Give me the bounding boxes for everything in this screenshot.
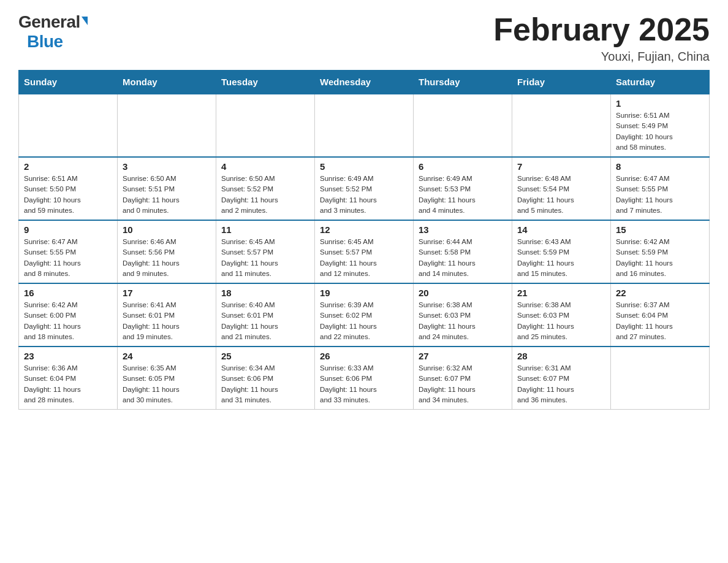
day-info: Sunrise: 6:50 AMSunset: 5:51 PMDaylight:… [123, 174, 211, 216]
day-info: Sunrise: 6:50 AMSunset: 5:52 PMDaylight:… [221, 174, 309, 216]
calendar-day-cell: 15Sunrise: 6:42 AMSunset: 5:59 PMDayligh… [611, 220, 710, 283]
day-number: 20 [419, 288, 507, 298]
calendar-day-cell: 4Sunrise: 6:50 AMSunset: 5:52 PMDaylight… [216, 157, 315, 220]
calendar-header-thursday: Thursday [414, 71, 512, 94]
logo-triangle-icon [82, 17, 88, 25]
calendar-day-cell: 8Sunrise: 6:47 AMSunset: 5:55 PMDaylight… [611, 157, 710, 220]
calendar-week-row: 9Sunrise: 6:47 AMSunset: 5:55 PMDaylight… [19, 220, 710, 283]
day-info: Sunrise: 6:49 AMSunset: 5:53 PMDaylight:… [419, 174, 507, 216]
day-info: Sunrise: 6:44 AMSunset: 5:58 PMDaylight:… [419, 237, 507, 279]
calendar-day-cell: 25Sunrise: 6:34 AMSunset: 6:06 PMDayligh… [216, 347, 315, 410]
calendar-day-cell: 19Sunrise: 6:39 AMSunset: 6:02 PMDayligh… [315, 283, 414, 347]
day-number: 22 [616, 288, 704, 298]
logo-general-text: General [18, 12, 80, 32]
calendar-day-cell: 27Sunrise: 6:32 AMSunset: 6:07 PMDayligh… [414, 347, 512, 410]
logo-blue-text: Blue [27, 32, 63, 52]
day-info: Sunrise: 6:42 AMSunset: 5:59 PMDaylight:… [616, 237, 704, 279]
day-info: Sunrise: 6:45 AMSunset: 5:57 PMDaylight:… [320, 237, 408, 279]
calendar-day-cell: 17Sunrise: 6:41 AMSunset: 6:01 PMDayligh… [118, 283, 216, 347]
day-number: 1 [616, 98, 704, 109]
calendar-day-cell [512, 94, 611, 157]
day-info: Sunrise: 6:47 AMSunset: 5:55 PMDaylight:… [24, 237, 112, 279]
calendar-day-cell: 10Sunrise: 6:46 AMSunset: 5:56 PMDayligh… [118, 220, 216, 283]
calendar-day-cell: 20Sunrise: 6:38 AMSunset: 6:03 PMDayligh… [414, 283, 512, 347]
calendar-day-cell [118, 94, 216, 157]
day-info: Sunrise: 6:51 AMSunset: 5:50 PMDaylight:… [24, 174, 112, 216]
calendar-day-cell: 1Sunrise: 6:51 AMSunset: 5:49 PMDaylight… [611, 94, 710, 157]
calendar-day-cell: 18Sunrise: 6:40 AMSunset: 6:01 PMDayligh… [216, 283, 315, 347]
day-info: Sunrise: 6:43 AMSunset: 5:59 PMDaylight:… [517, 237, 605, 279]
calendar-day-cell: 28Sunrise: 6:31 AMSunset: 6:07 PMDayligh… [512, 347, 611, 410]
calendar-day-cell: 26Sunrise: 6:33 AMSunset: 6:06 PMDayligh… [315, 347, 414, 410]
day-number: 8 [616, 161, 704, 172]
calendar-header-monday: Monday [118, 71, 216, 94]
day-number: 14 [517, 224, 605, 235]
day-number: 27 [419, 351, 507, 361]
calendar-day-cell: 2Sunrise: 6:51 AMSunset: 5:50 PMDaylight… [19, 157, 118, 220]
day-number: 2 [24, 161, 112, 172]
calendar-day-cell [414, 94, 512, 157]
day-number: 6 [419, 161, 507, 172]
calendar-day-cell [315, 94, 414, 157]
day-info: Sunrise: 6:33 AMSunset: 6:06 PMDaylight:… [320, 363, 408, 405]
day-number: 9 [24, 224, 112, 235]
calendar-day-cell: 3Sunrise: 6:50 AMSunset: 5:51 PMDaylight… [118, 157, 216, 220]
calendar-day-cell [611, 347, 710, 410]
day-number: 25 [221, 351, 309, 361]
logo: General Blue [18, 12, 88, 52]
calendar-day-cell: 24Sunrise: 6:35 AMSunset: 6:05 PMDayligh… [118, 347, 216, 410]
calendar-week-row: 16Sunrise: 6:42 AMSunset: 6:00 PMDayligh… [19, 283, 710, 347]
calendar-day-cell: 14Sunrise: 6:43 AMSunset: 5:59 PMDayligh… [512, 220, 611, 283]
day-number: 28 [517, 351, 605, 361]
day-info: Sunrise: 6:51 AMSunset: 5:49 PMDaylight:… [616, 110, 704, 153]
day-info: Sunrise: 6:48 AMSunset: 5:54 PMDaylight:… [517, 174, 605, 216]
day-info: Sunrise: 6:38 AMSunset: 6:03 PMDaylight:… [517, 300, 605, 342]
day-number: 3 [123, 161, 211, 172]
page-header: General Blue February 2025 Youxi, Fujian… [18, 12, 710, 64]
calendar-day-cell: 9Sunrise: 6:47 AMSunset: 5:55 PMDaylight… [19, 220, 118, 283]
calendar-day-cell: 11Sunrise: 6:45 AMSunset: 5:57 PMDayligh… [216, 220, 315, 283]
calendar-title: February 2025 [493, 12, 710, 47]
calendar-week-row: 1Sunrise: 6:51 AMSunset: 5:49 PMDaylight… [19, 94, 710, 157]
calendar-day-cell: 22Sunrise: 6:37 AMSunset: 6:04 PMDayligh… [611, 283, 710, 347]
calendar-header-sunday: Sunday [19, 71, 118, 94]
calendar-table: SundayMondayTuesdayWednesdayThursdayFrid… [18, 70, 710, 410]
calendar-week-row: 2Sunrise: 6:51 AMSunset: 5:50 PMDaylight… [19, 157, 710, 220]
day-info: Sunrise: 6:45 AMSunset: 5:57 PMDaylight:… [221, 237, 309, 279]
day-number: 21 [517, 288, 605, 298]
calendar-day-cell: 6Sunrise: 6:49 AMSunset: 5:53 PMDaylight… [414, 157, 512, 220]
day-number: 17 [123, 288, 211, 298]
day-info: Sunrise: 6:42 AMSunset: 6:00 PMDaylight:… [24, 300, 112, 342]
day-number: 7 [517, 161, 605, 172]
calendar-header-row: SundayMondayTuesdayWednesdayThursdayFrid… [19, 71, 710, 94]
day-number: 10 [123, 224, 211, 235]
calendar-header-friday: Friday [512, 71, 611, 94]
calendar-day-cell: 13Sunrise: 6:44 AMSunset: 5:58 PMDayligh… [414, 220, 512, 283]
calendar-day-cell: 5Sunrise: 6:49 AMSunset: 5:52 PMDaylight… [315, 157, 414, 220]
calendar-day-cell: 12Sunrise: 6:45 AMSunset: 5:57 PMDayligh… [315, 220, 414, 283]
day-info: Sunrise: 6:47 AMSunset: 5:55 PMDaylight:… [616, 174, 704, 216]
calendar-day-cell: 23Sunrise: 6:36 AMSunset: 6:04 PMDayligh… [19, 347, 118, 410]
calendar-day-cell [216, 94, 315, 157]
day-number: 19 [320, 288, 408, 298]
calendar-day-cell: 21Sunrise: 6:38 AMSunset: 6:03 PMDayligh… [512, 283, 611, 347]
day-number: 4 [221, 161, 309, 172]
day-info: Sunrise: 6:36 AMSunset: 6:04 PMDaylight:… [24, 363, 112, 405]
day-number: 24 [123, 351, 211, 361]
day-number: 16 [24, 288, 112, 298]
day-info: Sunrise: 6:35 AMSunset: 6:05 PMDaylight:… [123, 363, 211, 405]
day-info: Sunrise: 6:38 AMSunset: 6:03 PMDaylight:… [419, 300, 507, 342]
day-number: 5 [320, 161, 408, 172]
day-info: Sunrise: 6:39 AMSunset: 6:02 PMDaylight:… [320, 300, 408, 342]
day-info: Sunrise: 6:49 AMSunset: 5:52 PMDaylight:… [320, 174, 408, 216]
calendar-day-cell: 7Sunrise: 6:48 AMSunset: 5:54 PMDaylight… [512, 157, 611, 220]
calendar-header-tuesday: Tuesday [216, 71, 315, 94]
day-info: Sunrise: 6:41 AMSunset: 6:01 PMDaylight:… [123, 300, 211, 342]
day-number: 13 [419, 224, 507, 235]
day-number: 26 [320, 351, 408, 361]
day-number: 18 [221, 288, 309, 298]
day-number: 11 [221, 224, 309, 235]
calendar-day-cell: 16Sunrise: 6:42 AMSunset: 6:00 PMDayligh… [19, 283, 118, 347]
day-info: Sunrise: 6:37 AMSunset: 6:04 PMDaylight:… [616, 300, 704, 342]
day-info: Sunrise: 6:32 AMSunset: 6:07 PMDaylight:… [419, 363, 507, 405]
